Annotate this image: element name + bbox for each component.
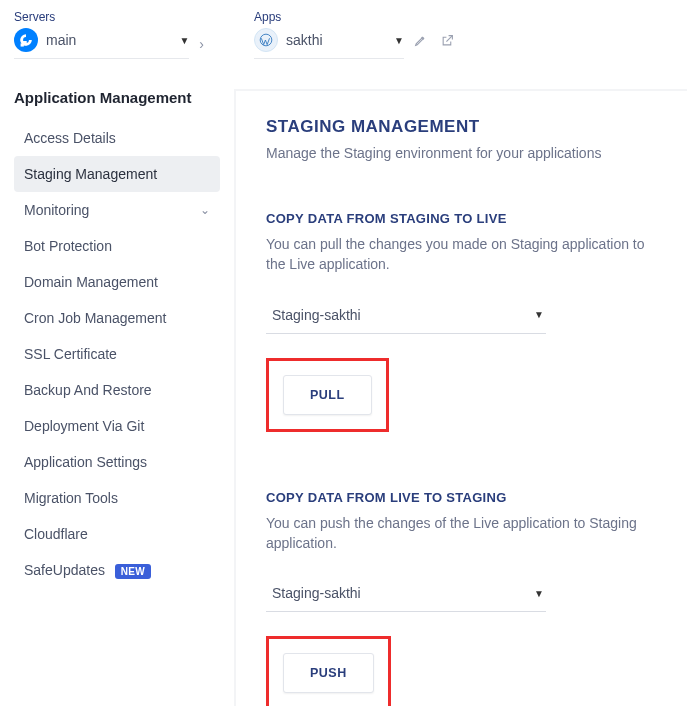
sidebar-item-label: Staging Management — [24, 166, 157, 182]
sidebar-item-cron-job-management[interactable]: Cron Job Management — [14, 300, 220, 336]
svg-rect-1 — [21, 44, 23, 46]
sidebar-item-label: Deployment Via Git — [24, 418, 144, 434]
sidebar-item-migration-tools[interactable]: Migration Tools — [14, 480, 220, 516]
servers-label: Servers — [14, 10, 204, 24]
main-panel: STAGING MANAGEMENT Manage the Staging en… — [234, 89, 687, 706]
caret-down-icon: ▼ — [179, 35, 189, 46]
staging-source-select[interactable]: Staging-sakthi ▼ — [266, 301, 546, 334]
pull-button[interactable]: PULL — [283, 375, 372, 415]
select-value: Staging-sakthi — [272, 307, 361, 323]
sidebar-item-label: Bot Protection — [24, 238, 112, 254]
pencil-icon[interactable] — [414, 34, 427, 47]
app-name: sakthi — [286, 32, 386, 48]
sidebar-item-label: Domain Management — [24, 274, 158, 290]
sidebar-item-label: SafeUpdates — [24, 562, 105, 578]
sidebar-item-monitoring[interactable]: Monitoring ⌄ — [14, 192, 220, 228]
section-title: COPY DATA FROM LIVE TO STAGING — [266, 490, 657, 505]
sidebar-item-safeupdates[interactable]: SafeUpdates NEW — [14, 552, 220, 588]
sidebar-item-label: SSL Certificate — [24, 346, 117, 362]
page-title: STAGING MANAGEMENT — [266, 117, 657, 137]
server-selector[interactable]: main ▼ — [14, 28, 189, 59]
sidebar-item-label: Cloudflare — [24, 526, 88, 542]
sidebar-title: Application Management — [14, 89, 220, 106]
app-selector[interactable]: sakthi ▼ — [254, 28, 404, 59]
sidebar-item-label: Monitoring — [24, 202, 89, 218]
new-badge: NEW — [115, 564, 151, 579]
page-subtitle: Manage the Staging environment for your … — [266, 145, 657, 161]
caret-down-icon: ▼ — [394, 35, 404, 46]
sidebar-item-deployment-via-git[interactable]: Deployment Via Git — [14, 408, 220, 444]
section-title: COPY DATA FROM STAGING TO LIVE — [266, 211, 657, 226]
sidebar: Application Management Access Details St… — [0, 89, 220, 706]
section-staging-to-live: COPY DATA FROM STAGING TO LIVE You can p… — [266, 211, 657, 460]
sidebar-item-label: Cron Job Management — [24, 310, 166, 326]
sidebar-item-ssl-certificate[interactable]: SSL Certificate — [14, 336, 220, 372]
sidebar-item-domain-management[interactable]: Domain Management — [14, 264, 220, 300]
section-desc: You can pull the changes you made on Sta… — [266, 234, 657, 275]
sidebar-item-backup-restore[interactable]: Backup And Restore — [14, 372, 220, 408]
apps-label: Apps — [254, 10, 454, 24]
select-value: Staging-sakthi — [272, 585, 361, 601]
sidebar-item-bot-protection[interactable]: Bot Protection — [14, 228, 220, 264]
wordpress-icon — [254, 28, 278, 52]
sidebar-item-application-settings[interactable]: Application Settings — [14, 444, 220, 480]
highlight-box: PULL — [266, 358, 389, 432]
digitalocean-icon — [14, 28, 38, 52]
sidebar-item-staging-management[interactable]: Staging Management — [14, 156, 220, 192]
sidebar-item-label: Migration Tools — [24, 490, 118, 506]
chevron-right-icon: › — [189, 36, 204, 52]
sidebar-item-access-details[interactable]: Access Details — [14, 120, 220, 156]
sidebar-item-cloudflare[interactable]: Cloudflare — [14, 516, 220, 552]
section-desc: You can push the changes of the Live app… — [266, 513, 657, 554]
section-live-to-staging: COPY DATA FROM LIVE TO STAGING You can p… — [266, 490, 657, 706]
external-link-icon[interactable] — [441, 34, 454, 47]
highlight-box: PUSH — [266, 636, 391, 706]
server-name: main — [46, 32, 171, 48]
chevron-down-icon: ⌄ — [200, 203, 210, 217]
sidebar-item-label: Application Settings — [24, 454, 147, 470]
push-button[interactable]: PUSH — [283, 653, 374, 693]
caret-down-icon: ▼ — [534, 309, 544, 320]
staging-target-select[interactable]: Staging-sakthi ▼ — [266, 579, 546, 612]
sidebar-item-label: Backup And Restore — [24, 382, 152, 398]
caret-down-icon: ▼ — [534, 588, 544, 599]
sidebar-item-label: Access Details — [24, 130, 116, 146]
